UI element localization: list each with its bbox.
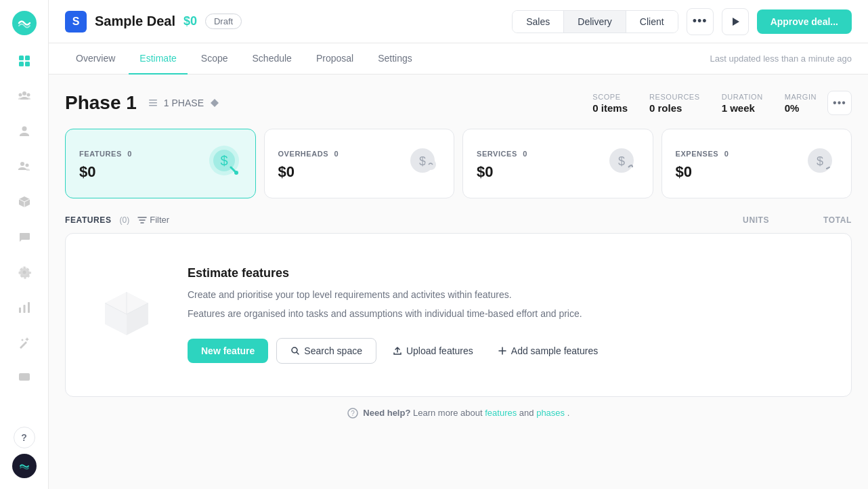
empty-state-icon	[93, 280, 160, 350]
footer-end-text: .	[567, 408, 570, 418]
svg-point-5	[18, 93, 22, 97]
content-area: Phase 1 1 PHASE SCOPE 0 items	[49, 75, 868, 489]
sidebar-item-monitor[interactable]	[9, 363, 39, 393]
tab-sales[interactable]: Sales	[513, 11, 564, 33]
sidebar: ?	[0, 0, 49, 489]
card-overheads-label: OVERHEADS 0	[278, 147, 339, 159]
sidebar-item-team[interactable]	[9, 152, 39, 182]
diamond-icon	[209, 98, 220, 108]
duration-label: DURATION	[722, 93, 763, 101]
plus-icon	[498, 346, 507, 356]
svg-rect-14	[19, 373, 30, 381]
card-overheads[interactable]: OVERHEADS 0 $0 $	[264, 129, 455, 198]
scope-value: 0 items	[592, 102, 628, 114]
nav-tab-settings[interactable]: Settings	[367, 43, 423, 75]
stat-margin: MARGIN 0%	[785, 93, 817, 114]
sidebar-item-box[interactable]	[9, 187, 39, 217]
help-icon: ?	[347, 408, 358, 419]
svg-text:$: $	[419, 154, 426, 168]
card-features-amount: $0	[79, 163, 131, 181]
tab-client[interactable]: Client	[626, 11, 678, 33]
filter-button[interactable]: Filter	[137, 215, 169, 225]
empty-state-desc2: Features are organised into tasks and as…	[188, 306, 824, 321]
header: S Sample Deal $0 Draft Sales Delivery Cl…	[49, 0, 868, 43]
play-button[interactable]	[722, 8, 749, 35]
nav-tab-overview[interactable]: Overview	[65, 43, 126, 75]
card-expenses-info: EXPENSES 0 $0	[676, 147, 729, 181]
nav-tab-schedule[interactable]: Schedule	[242, 43, 303, 75]
features-section-label: FEATURES	[65, 215, 112, 225]
features-section-count: (0)	[120, 215, 130, 225]
user-avatar[interactable]	[12, 454, 37, 478]
play-icon	[730, 16, 741, 27]
stat-duration: DURATION 1 week	[722, 93, 763, 114]
services-icon: $	[604, 143, 639, 184]
phase-header: Phase 1 1 PHASE SCOPE 0 items	[65, 91, 852, 115]
col-units: UNITS	[743, 215, 769, 225]
ellipsis-icon: •••	[693, 14, 708, 28]
last-updated-text: Last updated less than a minute ago	[710, 54, 852, 64]
duration-value: 1 week	[722, 102, 763, 114]
footer-phases-link[interactable]: phases	[536, 408, 565, 418]
sidebar-item-help[interactable]: ?	[14, 427, 35, 448]
footer-help-text: Need help?	[363, 408, 410, 418]
empty-state: Estimate features Create and prioritise …	[65, 233, 852, 397]
upload-features-button[interactable]: Upload features	[385, 339, 481, 363]
svg-text:$: $	[220, 153, 227, 168]
phase-more-button[interactable]: •••	[827, 91, 852, 115]
svg-rect-11	[19, 307, 21, 313]
svg-point-22	[234, 171, 238, 175]
nav-tab-estimate[interactable]: Estimate	[129, 43, 187, 75]
logo-letter: S	[72, 16, 80, 28]
svg-point-6	[26, 93, 30, 97]
svg-text:$: $	[617, 154, 624, 168]
nav-tab-scope[interactable]: Scope	[190, 43, 239, 75]
main-content: S Sample Deal $0 Draft Sales Delivery Cl…	[49, 0, 868, 489]
svg-point-9	[25, 164, 28, 167]
col-total: TOTAL	[823, 215, 852, 225]
card-overheads-amount: $0	[278, 163, 339, 181]
upload-icon	[393, 346, 402, 356]
card-services[interactable]: SERVICES 0 $0 $	[462, 129, 653, 198]
svg-rect-18	[149, 105, 157, 106]
card-expenses-amount: $0	[676, 163, 729, 181]
svg-point-25	[425, 159, 436, 170]
svg-point-8	[20, 162, 24, 166]
stat-resources: RESOURCES 0 roles	[649, 93, 700, 114]
footer-features-link[interactable]: features	[485, 408, 517, 418]
sidebar-item-grid[interactable]	[9, 46, 39, 76]
deal-title: Sample Deal	[95, 14, 175, 29]
sidebar-logo-icon[interactable]	[12, 11, 37, 35]
card-overheads-info: OVERHEADS 0 $0	[278, 147, 339, 181]
new-feature-button[interactable]: New feature	[188, 339, 268, 363]
sidebar-item-audience[interactable]	[9, 81, 39, 111]
sidebar-item-person[interactable]	[9, 116, 39, 146]
approve-deal-button[interactable]: Approve deal...	[757, 9, 852, 34]
search-space-button[interactable]: Search space	[276, 338, 376, 364]
tab-delivery[interactable]: Delivery	[564, 11, 626, 33]
card-features[interactable]: FEATURES 0 $0 $	[65, 129, 256, 198]
resources-value: 0 roles	[649, 102, 700, 114]
search-icon	[290, 346, 300, 356]
svg-rect-3	[25, 62, 30, 66]
sidebar-item-settings[interactable]	[9, 257, 39, 287]
expenses-icon: $	[802, 143, 838, 184]
list-icon	[148, 98, 158, 108]
svg-rect-1	[25, 56, 30, 60]
sidebar-item-wand[interactable]	[9, 328, 39, 358]
phase-ellipsis-icon: •••	[833, 97, 846, 109]
sidebar-item-chat[interactable]	[9, 222, 39, 252]
svg-rect-0	[19, 56, 24, 60]
filter-icon	[137, 215, 147, 225]
features-columns: UNITS TOTAL	[743, 215, 852, 225]
nav-tab-proposal[interactable]: Proposal	[305, 43, 364, 75]
sidebar-bottom: ?	[12, 427, 37, 478]
empty-state-content: Estimate features Create and prioritise …	[188, 266, 824, 364]
sidebar-item-reports[interactable]	[9, 293, 39, 322]
add-sample-features-button[interactable]: Add sample features	[490, 339, 606, 363]
features-icon: $	[207, 143, 242, 184]
features-section-header: FEATURES (0) Filter UNITS TOTAL	[65, 215, 852, 225]
more-options-button[interactable]: •••	[687, 8, 714, 35]
card-expenses[interactable]: EXPENSES 0 $0 $	[661, 129, 852, 198]
deal-logo: S	[65, 11, 87, 33]
